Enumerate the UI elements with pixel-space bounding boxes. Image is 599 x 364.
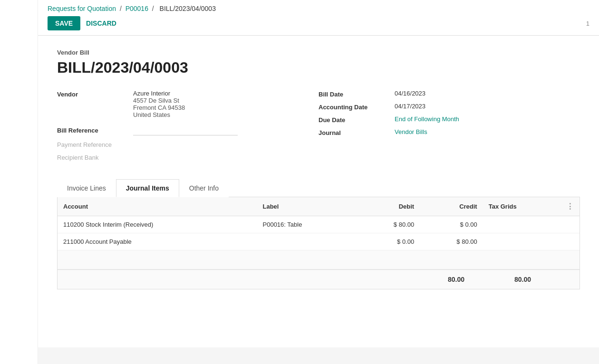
row2-tax-grids (483, 233, 560, 250)
tab-invoice-lines[interactable]: Invoice Lines (57, 179, 116, 197)
vendor-label: Vendor (57, 90, 133, 98)
payment-reference-row: Payment Reference (57, 140, 319, 148)
breadcrumb: Requests for Quotation / P00016 / BILL/2… (48, 5, 589, 12)
totals-section: 80.00 80.00 (426, 276, 574, 283)
breadcrumb-sep1: / (120, 5, 122, 12)
nav-num: 1 (586, 20, 589, 27)
bill-date-label: Bill Date (319, 90, 395, 98)
row2-label (257, 233, 357, 250)
row2-actions (560, 233, 580, 250)
table-container: Account Label Debit Credit Tax Grids ⋮ 1… (57, 197, 580, 289)
breadcrumb-po[interactable]: P00016 (126, 5, 148, 12)
right-col: Bill Date 04/16/2023 Accounting Date 04/… (319, 90, 580, 166)
row2-debit: $ 0.00 (357, 233, 420, 250)
col-debit: Debit (357, 197, 420, 216)
col-actions-header: ⋮ (560, 197, 580, 216)
empty-row (58, 250, 580, 269)
breadcrumb-bill: BILL/2023/04/0003 (160, 5, 216, 12)
row1-credit: $ 0.00 (420, 216, 483, 233)
accounting-date-row: Accounting Date 04/17/2023 (319, 103, 580, 111)
due-date-label: Due Date (319, 115, 395, 124)
bill-reference-label: Bill Reference (57, 126, 133, 134)
vendor-name[interactable]: Azure Interior (133, 90, 170, 97)
payment-reference-label: Payment Reference (57, 140, 133, 148)
vendor-field-row: Vendor Azure Interior 4557 De Silva St F… (57, 90, 319, 118)
col-label: Label (257, 197, 357, 216)
accounting-date-value: 04/17/2023 (395, 103, 425, 110)
journal-label: Journal (319, 128, 395, 136)
journal-value[interactable]: Vendor Bills (395, 128, 427, 135)
total-spacer (560, 276, 574, 283)
vendor-value: Azure Interior 4557 De Silva St Fremont … (133, 90, 185, 118)
recipient-bank-row: Recipient Bank (57, 153, 319, 161)
top-bar: Requests for Quotation / P00016 / BILL/2… (38, 0, 599, 36)
col-account: Account (58, 197, 257, 216)
row2-credit: $ 80.00 (420, 233, 483, 250)
discard-button[interactable]: DISCARD (86, 19, 116, 27)
due-date-row: Due Date End of Following Month (319, 115, 580, 124)
vendor-address-3: United States (133, 111, 185, 118)
breadcrumb-rfq[interactable]: Requests for Quotation (48, 5, 116, 12)
table-row: 110200 Stock Interim (Received) P00016: … (58, 216, 580, 233)
accounting-date-label: Accounting Date (319, 103, 395, 111)
vendor-bill-label: Vendor Bill (57, 49, 580, 56)
tab-journal-items[interactable]: Journal Items (116, 179, 179, 197)
journal-items-table: Account Label Debit Credit Tax Grids ⋮ 1… (58, 197, 580, 269)
row1-debit: $ 80.00 (357, 216, 420, 233)
row1-label: P00016: Table (257, 216, 357, 233)
total-credit: 80.00 (493, 276, 531, 283)
row1-actions (560, 216, 580, 233)
kebab-header-icon[interactable]: ⋮ (566, 202, 574, 211)
row1-tax-grids (483, 216, 560, 233)
col-tax-grids: Tax Grids (483, 197, 560, 216)
vendor-address-1: 4557 De Silva St (133, 97, 185, 104)
col-credit: Credit (420, 197, 483, 216)
row2-account: 211000 Account Payable (58, 233, 257, 250)
action-bar: SAVE DISCARD 1 (48, 16, 589, 30)
journal-row: Journal Vendor Bills (319, 128, 580, 136)
bill-reference-row: Bill Reference (57, 126, 319, 135)
row1-account: 110200 Stock Interim (Received) (58, 216, 257, 233)
form-grid: Vendor Azure Interior 4557 De Silva St F… (57, 90, 580, 166)
vendor-address-2: Fremont CA 94538 (133, 104, 185, 111)
tab-other-info[interactable]: Other Info (179, 179, 229, 197)
totals-bar: 80.00 80.00 (58, 269, 580, 289)
due-date-value[interactable]: End of Following Month (395, 115, 459, 123)
bill-title: BILL/2023/04/0003 (57, 59, 580, 77)
breadcrumb-sep2: / (152, 5, 154, 12)
total-debit: 80.00 (426, 276, 464, 283)
bill-reference-value (133, 126, 238, 135)
sidebar (0, 0, 38, 347)
recipient-bank-label: Recipient Bank (57, 153, 133, 161)
bill-reference-input[interactable] (133, 126, 238, 135)
save-button[interactable]: SAVE (48, 16, 80, 30)
bill-date-row: Bill Date 04/16/2023 (319, 90, 580, 98)
left-col: Vendor Azure Interior 4557 De Silva St F… (57, 90, 319, 166)
bill-date-value: 04/16/2023 (395, 90, 425, 97)
table-row: 211000 Account Payable $ 0.00 $ 80.00 (58, 233, 580, 250)
content: Vendor Bill BILL/2023/04/0003 Vendor Azu… (38, 36, 599, 347)
tabs: Invoice Lines Journal Items Other Info (57, 179, 580, 197)
